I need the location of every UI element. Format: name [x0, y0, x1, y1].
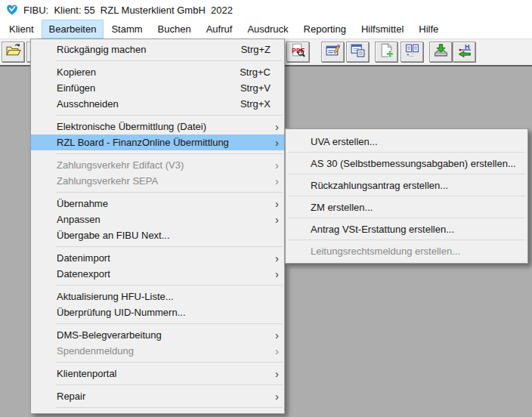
- shortcut-label: Strg+Z: [241, 44, 271, 55]
- submenu-arrow-icon: ›: [275, 175, 279, 186]
- submenu-arrow-icon: ›: [275, 367, 279, 378]
- rzl-heart-icon: [5, 3, 19, 17]
- menu-separator: [56, 285, 283, 286]
- menu-item-uebergabe-an-fibu-next[interactable]: Übergabe an FIBU Next...: [31, 227, 284, 243]
- svg-text:H: H: [465, 43, 469, 51]
- shortcut-label: Strg+X: [240, 98, 271, 110]
- document-add-button[interactable]: [375, 42, 397, 62]
- menubar-item-stamm[interactable]: Stamm: [104, 20, 150, 39]
- submenu-arrow-icon: ›: [275, 252, 279, 263]
- accounts-list-button[interactable]: +..:: [401, 42, 423, 62]
- menu-item-einfuegen[interactable]: Einfügen Strg+V: [31, 80, 284, 96]
- menubar-item-hilfe[interactable]: Hilfe: [411, 20, 446, 39]
- menu-separator: [56, 153, 283, 154]
- shortcut-label: Strg+V: [240, 82, 271, 94]
- menubar-item-hilfsmittel[interactable]: Hilfsmittel: [354, 20, 411, 39]
- submenu-arrow-icon: ›: [275, 213, 279, 224]
- menu-item-elektronische-uebermittlung-datei[interactable]: Elektronische Übermittlung (Datei) ›: [31, 119, 284, 134]
- pdf-preview-button[interactable]: PDF: [286, 42, 309, 62]
- submenu-arrow-icon: ›: [275, 120, 279, 131]
- submenu-arrow-icon: ›: [275, 197, 279, 208]
- menu-item-datenexport[interactable]: Datenexport ›: [31, 266, 284, 282]
- bearbeiten-menu: Rückgängig machen Strg+Z Kopieren Strg+C…: [30, 39, 285, 414]
- submenu-arrow-icon: ›: [275, 136, 279, 147]
- window-title: FIBU: Klient: 55 RZL Musterklient GmbH 2…: [23, 5, 233, 16]
- app-window: FIBU: Klient: 55 RZL Musterklient GmbH 2…: [0, 0, 532, 417]
- menubar-item-reporting[interactable]: Reporting: [296, 20, 354, 39]
- menu-separator: [56, 385, 283, 385]
- menu-item-rzl-board-finanzonline-uebermittlung[interactable]: RZL Board - FinanzOnline Übermittlung ›: [31, 134, 284, 150]
- submenu-item-antrag-vst-erstattung-erstellen[interactable]: Antrag VSt-Erstattung erstellen...: [286, 218, 527, 239]
- submenu-arrow-icon: ›: [275, 159, 279, 170]
- submenu-item-as-30-selbstbemessungsabgaben-erstellen[interactable]: AS 30 (Selbstbemessungsabgaben) erstelle…: [286, 153, 527, 174]
- submenu-arrow-icon: ›: [275, 329, 279, 340]
- submenu-item-uva-erstellen[interactable]: UVA erstellen...: [286, 131, 527, 152]
- form-edit-button[interactable]: [321, 42, 344, 62]
- open-folder-icon: [5, 42, 21, 61]
- pdf-preview-icon: PDF: [290, 42, 306, 61]
- import-button[interactable]: [429, 42, 452, 62]
- menu-item-zahlungsverkehr-edifact-v3: Zahlungsverkehr Edifact (V3) ›: [31, 157, 284, 173]
- menu-item-spendenmeldung: Spendenmeldung ›: [31, 343, 284, 359]
- title-bar: FIBU: Klient: 55 RZL Musterklient GmbH 2…: [0, 0, 532, 20]
- menu-item-uebernahme[interactable]: Übernahme ›: [31, 196, 284, 212]
- menu-separator: [56, 192, 283, 193]
- submenu-item-zm-erstellen[interactable]: ZM erstellen...: [286, 196, 527, 218]
- submenu-item-rueckzahlungsantrag-erstellen[interactable]: Rückzahlungsantrag erstellen...: [286, 175, 527, 196]
- submenu-item-leitungsrechtsmeldung-erstellen: Leitungsrechtsmeldung erstellen...: [286, 240, 527, 261]
- menu-bar: Klient Bearbeiten Stamm Buchen Aufruf Au…: [0, 20, 532, 39]
- back-h-icon: H: [456, 42, 472, 61]
- menu-separator: [56, 362, 283, 363]
- menu-item-repair[interactable]: Repair ›: [31, 388, 284, 404]
- menu-item-kopieren[interactable]: Kopieren Strg+C: [31, 64, 284, 80]
- svg-text:+..:: +..:: [406, 52, 413, 57]
- menu-separator: [56, 407, 283, 408]
- back-h-button[interactable]: H: [453, 42, 475, 62]
- menu-item-klientenportal[interactable]: Klientenportal ›: [31, 366, 284, 381]
- menu-separator: [56, 60, 283, 61]
- menu-separator: [56, 246, 283, 247]
- document-add-icon: [379, 42, 394, 61]
- submenu-arrow-icon: ›: [275, 267, 279, 279]
- menubar-item-klient[interactable]: Klient: [2, 20, 42, 39]
- menubar-item-aufruf[interactable]: Aufruf: [199, 20, 240, 39]
- report-copy-icon: [350, 42, 366, 61]
- import-download-icon: [433, 42, 449, 61]
- open-file-button[interactable]: [2, 42, 24, 62]
- menu-item-ueberpruefung-uid-nummern[interactable]: Überprüfung UID-Nummern...: [31, 304, 284, 320]
- menu-item-aktualisierung-hfu-liste[interactable]: Aktualisierung HFU-Liste...: [31, 289, 284, 304]
- accounts-list-icon: +..:: [404, 42, 420, 61]
- menubar-item-bearbeiten[interactable]: Bearbeiten: [42, 20, 104, 39]
- menubar-item-ausdruck[interactable]: Ausdruck: [240, 20, 295, 39]
- form-edit-icon: [325, 42, 341, 61]
- menu-item-dms-belegverarbeitung[interactable]: DMS-Belegverarbeitung ›: [31, 327, 284, 343]
- menu-item-rueckgaengig-machen[interactable]: Rückgängig machen Strg+Z: [31, 42, 284, 57]
- report-copy-button[interactable]: [346, 42, 369, 62]
- menubar-item-buchen[interactable]: Buchen: [150, 20, 199, 39]
- shortcut-label: Strg+C: [240, 66, 271, 78]
- submenu-arrow-icon: ›: [275, 344, 279, 356]
- menu-separator: [56, 115, 283, 116]
- menu-item-anpassen[interactable]: Anpassen ›: [31, 212, 284, 227]
- menu-item-zahlungsverkehr-sepa: Zahlungsverkehr SEPA ›: [31, 173, 284, 189]
- submenu-arrow-icon: ›: [275, 390, 279, 401]
- finanzonline-submenu: UVA erstellen... AS 30 (Selbstbemessungs…: [285, 128, 528, 264]
- menu-item-ausschneiden[interactable]: Ausschneiden Strg+X: [31, 96, 284, 112]
- menu-separator: [56, 323, 283, 324]
- menu-item-datenimport[interactable]: Datenimport ›: [31, 250, 284, 266]
